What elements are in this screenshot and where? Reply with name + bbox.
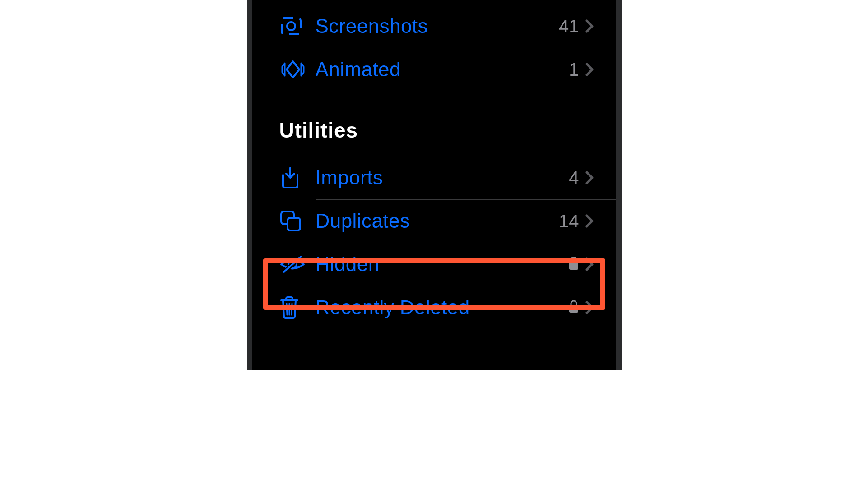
album-row-animated[interactable]: Animated 1 xyxy=(279,48,594,91)
duplicates-icon xyxy=(279,210,316,232)
row-trailing: 41 xyxy=(559,16,594,37)
utilities-section: Imports 4 Duplicates xyxy=(279,156,594,329)
album-row-duplicates[interactable]: Duplicates 14 xyxy=(279,199,594,243)
row-divider xyxy=(316,199,616,200)
lock-icon xyxy=(568,256,579,272)
svg-rect-11 xyxy=(569,305,578,313)
section-header-utilities: Utilities xyxy=(279,118,594,142)
imports-icon xyxy=(279,166,316,189)
media-types-section: Screenshots 41 Animated xyxy=(279,0,594,91)
chevron-right-icon xyxy=(585,171,594,184)
svg-rect-3 xyxy=(288,218,300,230)
album-count: 41 xyxy=(559,16,579,37)
album-row-recently-deleted[interactable]: Recently Deleted xyxy=(279,286,594,329)
chevron-right-icon xyxy=(585,63,594,76)
chevron-right-icon xyxy=(585,19,594,33)
row-trailing: 4 xyxy=(569,168,593,188)
animated-icon xyxy=(279,59,316,80)
album-row-hidden[interactable]: Hidden xyxy=(279,243,594,286)
album-label: Imports xyxy=(316,166,569,189)
chevron-right-icon xyxy=(585,257,594,271)
hidden-icon xyxy=(279,254,316,275)
row-trailing xyxy=(568,256,594,272)
album-label: Duplicates xyxy=(316,210,559,232)
lock-icon xyxy=(568,299,579,316)
svg-line-8 xyxy=(287,304,287,315)
svg-point-1 xyxy=(287,22,295,30)
album-count: 1 xyxy=(569,60,579,80)
albums-screen[interactable]: Screenshots 41 Animated xyxy=(252,0,616,370)
chevron-right-icon xyxy=(585,301,594,314)
album-count: 14 xyxy=(559,211,579,231)
svg-line-6 xyxy=(284,257,301,272)
row-trailing: 1 xyxy=(569,60,593,80)
row-trailing: 14 xyxy=(559,211,594,231)
row-divider xyxy=(316,5,616,5)
album-row-imports[interactable]: Imports 4 xyxy=(279,156,594,199)
svg-rect-0 xyxy=(282,18,301,34)
svg-rect-7 xyxy=(569,262,578,270)
svg-line-10 xyxy=(292,304,292,315)
chevron-right-icon xyxy=(585,214,594,228)
screenshots-icon xyxy=(279,14,316,38)
row-divider xyxy=(316,243,616,243)
album-row-screenshots[interactable]: Screenshots 41 xyxy=(279,5,594,48)
row-trailing xyxy=(568,299,594,316)
row-divider xyxy=(316,286,616,286)
album-label: Recently Deleted xyxy=(316,296,568,319)
album-label: Animated xyxy=(316,58,569,81)
recently-deleted-icon xyxy=(279,296,316,319)
row-divider xyxy=(316,48,616,48)
album-label: Hidden xyxy=(316,253,568,276)
phone-device-frame: Screenshots 41 Animated xyxy=(247,0,622,370)
album-count: 4 xyxy=(569,168,579,188)
album-label: Screenshots xyxy=(316,15,559,37)
